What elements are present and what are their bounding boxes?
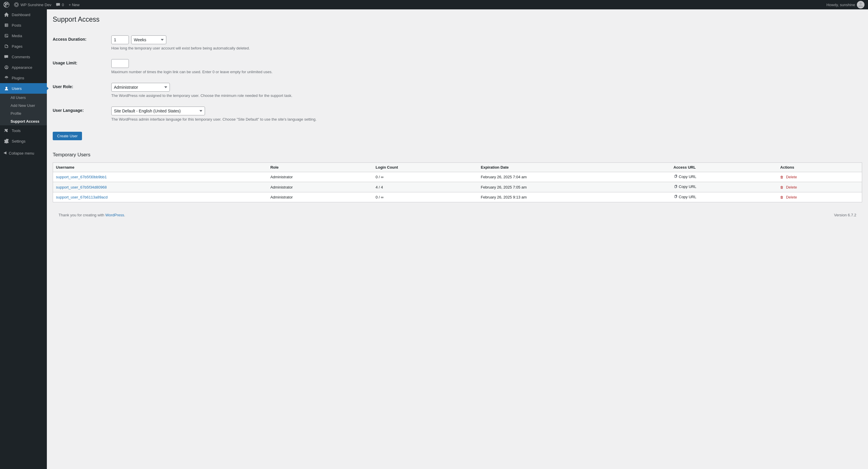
col-actions: Actions xyxy=(777,162,862,172)
user-language-select[interactable]: Site Default - English (United States) E… xyxy=(111,106,205,115)
sidebar-item-dashboard[interactable]: Dashboard xyxy=(0,9,47,20)
users-arrow xyxy=(47,87,49,90)
access-duration-field: Weeks Days Hours How long the temporary … xyxy=(111,31,862,55)
create-user-button[interactable]: Create User xyxy=(53,132,82,140)
user-role-field: Administrator Editor Author Contributor … xyxy=(111,79,862,102)
dashboard-icon xyxy=(3,12,9,18)
copy-icon xyxy=(674,175,678,179)
delete-link[interactable]: Delete xyxy=(786,175,797,179)
main-content: Support Access Access Duration: Weeks Da… xyxy=(47,9,868,469)
sidebar-item-settings[interactable]: Settings xyxy=(0,136,47,146)
cell-username: support_user_67b5f30bb9bb1 xyxy=(53,172,268,182)
col-username: Username xyxy=(53,162,268,172)
sidebar: Dashboard Posts Media Pages xyxy=(0,9,47,469)
cell-expiration-date: February 26, 2025 7:05 am xyxy=(478,182,671,192)
new-label: + New xyxy=(69,3,80,7)
sidebar-item-users[interactable]: Users xyxy=(0,83,47,94)
posts-label: Posts xyxy=(12,23,21,28)
access-duration-input[interactable] xyxy=(111,35,129,44)
howdy-text: Howdy, sunshine xyxy=(827,3,855,7)
delete-link[interactable]: Delete xyxy=(786,185,797,189)
svg-point-0 xyxy=(14,3,19,7)
cell-actions: 🗑 Delete xyxy=(777,192,862,202)
usage-limit-label: Usage Limit: xyxy=(53,55,111,79)
cell-expiration-date: February 26, 2025 7:04 am xyxy=(478,172,671,182)
user-language-row: User Language: Site Default - English (U… xyxy=(53,102,862,126)
user-role-row: User Role: Administrator Editor Author C… xyxy=(53,79,862,102)
site-name-label: WP Sunshine Dev xyxy=(21,3,51,7)
access-duration-description: How long the temporary user account will… xyxy=(111,46,862,50)
user-language-description: The WordPress admin interface language f… xyxy=(111,117,862,122)
table-row: support_user_67b6113a89acd Administrator… xyxy=(53,192,862,202)
cell-role: Administrator xyxy=(267,172,372,182)
users-icon xyxy=(3,86,9,91)
temp-users-section: Temporary Users Username Role Login Coun… xyxy=(53,152,862,202)
user-role-description: The WordPress role assigned to the tempo… xyxy=(111,93,862,98)
copy-url-button[interactable]: Copy URL xyxy=(674,175,696,179)
cell-username: support_user_67b5f34d80968 xyxy=(53,182,268,192)
media-icon xyxy=(3,33,9,39)
delete-icon: 🗑 xyxy=(780,175,784,179)
cell-login-count: 4 / 4 xyxy=(373,182,478,192)
username-link[interactable]: support_user_67b5f30bb9bb1 xyxy=(56,175,106,179)
delete-icon: 🗑 xyxy=(780,185,784,189)
plugins-label: Plugins xyxy=(12,76,24,80)
users-submenu: All Users Add New User Profile Support A… xyxy=(0,94,47,125)
user-role-label: User Role: xyxy=(53,79,111,102)
admin-site-name[interactable]: WP Sunshine Dev xyxy=(14,2,51,7)
cell-access-url: Copy URL xyxy=(671,182,777,192)
sidebar-item-comments[interactable]: Comments xyxy=(0,52,47,62)
collapse-menu-item[interactable]: ▶ Collapse menu xyxy=(0,149,47,158)
collapse-icon: ▶ xyxy=(3,151,6,155)
adminbar-comments[interactable]: 0 xyxy=(56,2,64,7)
sidebar-item-pages[interactable]: Pages xyxy=(0,41,47,52)
appearance-icon xyxy=(3,64,9,70)
cell-login-count: 0 / ∞ xyxy=(373,172,478,182)
table-row: support_user_67b5f34d80968 Administrator… xyxy=(53,182,862,192)
sidebar-item-media[interactable]: Media xyxy=(0,30,47,41)
media-label: Media xyxy=(12,34,22,38)
wordpress-link[interactable]: WordPress xyxy=(105,213,124,217)
access-duration-row: Access Duration: Weeks Days Hours How xyxy=(53,31,862,55)
cell-access-url: Copy URL xyxy=(671,172,777,182)
appearance-label: Appearance xyxy=(12,65,32,70)
sidebar-item-tools[interactable]: Tools xyxy=(0,125,47,136)
settings-label: Settings xyxy=(12,139,26,144)
footer-text: Thank you for creating with WordPress. xyxy=(59,213,125,217)
user-language-field: Site Default - English (United States) E… xyxy=(111,102,862,126)
usage-limit-input[interactable] xyxy=(111,59,129,68)
usage-limit-row: Usage Limit: Maximum number of times the… xyxy=(53,55,862,79)
copy-url-button[interactable]: Copy URL xyxy=(674,184,696,189)
avatar xyxy=(857,1,865,8)
temp-users-title: Temporary Users xyxy=(53,152,862,158)
adminbar-new[interactable]: + New xyxy=(69,3,80,7)
submenu-profile[interactable]: Profile xyxy=(0,110,47,117)
plugins-icon xyxy=(3,75,9,81)
delete-link[interactable]: Delete xyxy=(786,195,797,199)
copy-url-button[interactable]: Copy URL xyxy=(674,195,696,199)
cell-expiration-date: February 26, 2025 9:13 am xyxy=(478,192,671,202)
pages-icon xyxy=(3,43,9,49)
cell-actions: 🗑 Delete xyxy=(777,182,862,192)
submenu-add-new-user[interactable]: Add New User xyxy=(0,102,47,110)
sidebar-item-plugins[interactable]: Plugins xyxy=(0,72,47,83)
duration-unit-select[interactable]: Weeks Days Hours xyxy=(131,35,166,44)
cell-username: support_user_67b6113a89acd xyxy=(53,192,268,202)
username-link[interactable]: support_user_67b5f34d80968 xyxy=(56,185,106,189)
user-role-select[interactable]: Administrator Editor Author Contributor … xyxy=(111,83,170,92)
posts-icon xyxy=(3,22,9,28)
submenu-all-users[interactable]: All Users xyxy=(0,94,47,102)
comments-icon xyxy=(3,54,9,60)
cell-role: Administrator xyxy=(267,192,372,202)
col-role: Role xyxy=(267,162,372,172)
username-link[interactable]: support_user_67b6113a89acd xyxy=(56,195,107,199)
comments-label: Comments xyxy=(12,55,30,59)
usage-limit-description: Maximum number of times the login link c… xyxy=(111,70,862,74)
sidebar-item-posts[interactable]: Posts xyxy=(0,20,47,30)
tools-icon xyxy=(3,128,9,133)
table-row: support_user_67b5f30bb9bb1 Administrator… xyxy=(53,172,862,182)
submenu-support-access[interactable]: Support Access xyxy=(0,117,47,125)
wp-logo[interactable] xyxy=(3,2,9,8)
sidebar-item-appearance[interactable]: Appearance xyxy=(0,62,47,72)
usage-limit-field: Maximum number of times the login link c… xyxy=(111,55,862,79)
